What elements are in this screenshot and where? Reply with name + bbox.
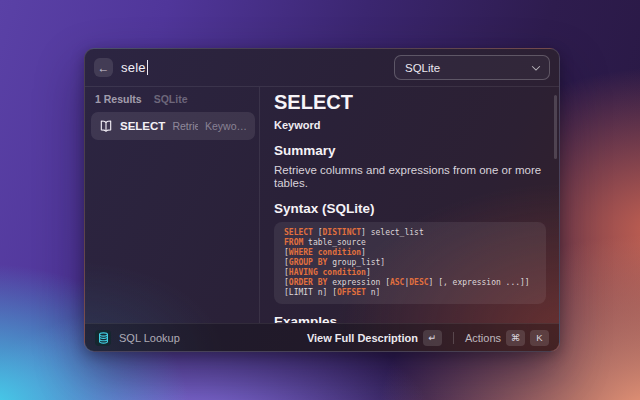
list-item-title: SELECT bbox=[120, 120, 165, 132]
app-name: SQL Lookup bbox=[119, 332, 180, 344]
actions-label: Actions bbox=[465, 332, 501, 344]
summary-heading: Summary bbox=[274, 143, 546, 158]
code-line: FROM table_source bbox=[284, 238, 536, 248]
language-dropdown[interactable]: SQLite bbox=[394, 55, 550, 80]
text-cursor bbox=[147, 60, 149, 75]
code-line: SELECT [DISTINCT] select_list bbox=[284, 228, 536, 238]
detail-scrollbar-thumb[interactable] bbox=[554, 95, 557, 159]
results-header: 1 Results SQLite bbox=[91, 91, 255, 108]
code-line: [LIMIT n] [OFFSET n] bbox=[284, 288, 536, 298]
launcher-window: ← sele SQLite 1 Results SQLite SELECT Re bbox=[84, 48, 560, 352]
view-full-description-button[interactable]: View Full Description ↵ bbox=[307, 330, 442, 346]
detail-title: SELECT bbox=[274, 91, 546, 113]
chevron-down-icon bbox=[532, 62, 540, 70]
examples-heading: Examples bbox=[274, 314, 546, 323]
app-chip: SQL Lookup bbox=[95, 330, 180, 346]
search-bar: ← sele SQLite bbox=[85, 49, 559, 87]
main-content: 1 Results SQLite SELECT Retrieve colu… K… bbox=[85, 87, 559, 323]
list-item-accessory: Keywo… bbox=[205, 120, 247, 132]
command-key-icon: ⌘ bbox=[506, 330, 525, 346]
list-item-subtitle: Retrieve colu… bbox=[172, 120, 198, 132]
back-arrow-icon: ← bbox=[98, 61, 110, 75]
results-section-label: SQLite bbox=[154, 93, 188, 105]
detail-panel: SELECT Keyword Summary Retrieve columns … bbox=[260, 87, 559, 323]
return-key-icon: ↵ bbox=[423, 330, 442, 346]
view-full-description-label: View Full Description bbox=[307, 332, 418, 344]
code-line: [WHERE condition] bbox=[284, 248, 536, 258]
search-input[interactable]: sele bbox=[121, 60, 386, 75]
footer-divider bbox=[453, 332, 454, 344]
list-item-select[interactable]: SELECT Retrieve colu… Keywo… bbox=[91, 112, 255, 140]
k-key-icon: K bbox=[530, 330, 549, 346]
code-line: [ORDER BY expression [ASC|DESC] [, expre… bbox=[284, 278, 536, 288]
results-count: 1 Results bbox=[95, 93, 142, 105]
back-button[interactable]: ← bbox=[94, 58, 113, 77]
syntax-heading: Syntax (SQLite) bbox=[274, 201, 546, 216]
code-line: [HAVING condition] bbox=[284, 268, 536, 278]
results-sidebar: 1 Results SQLite SELECT Retrieve colu… K… bbox=[85, 87, 260, 323]
actions-button[interactable]: Actions ⌘ K bbox=[465, 330, 549, 346]
summary-body: Retrieve columns and expressions from on… bbox=[274, 164, 546, 190]
open-book-icon bbox=[99, 119, 113, 133]
syntax-code: SELECT [DISTINCT] select_listFROM table_… bbox=[274, 222, 546, 304]
database-icon bbox=[95, 330, 111, 346]
search-query-text: sele bbox=[121, 60, 146, 75]
detail-type-label: Keyword bbox=[274, 119, 546, 131]
code-line: [GROUP BY group_list] bbox=[284, 258, 536, 268]
language-dropdown-value: SQLite bbox=[405, 62, 440, 74]
footer-bar: SQL Lookup View Full Description ↵ Actio… bbox=[85, 323, 559, 351]
